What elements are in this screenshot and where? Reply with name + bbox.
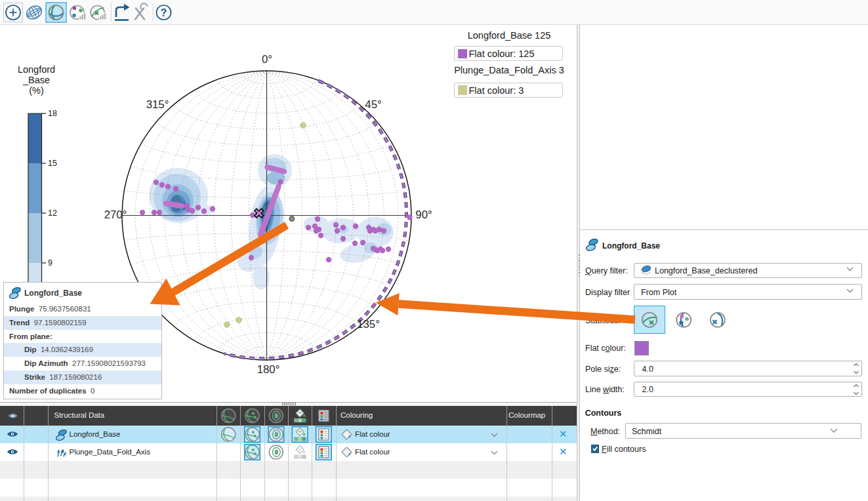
svg-text:90°: 90° xyxy=(415,209,432,221)
svg-text:18: 18 xyxy=(48,109,57,118)
svg-text:45°: 45° xyxy=(365,98,381,111)
svg-text:135°: 135° xyxy=(357,318,380,331)
svg-text:15: 15 xyxy=(48,159,57,168)
svg-text:315°: 315° xyxy=(146,98,169,111)
svg-text:270°: 270° xyxy=(104,209,127,221)
svg-text:Longford: Longford xyxy=(18,64,55,75)
svg-text:(%): (%) xyxy=(29,85,44,96)
svg-text:180°: 180° xyxy=(257,363,280,376)
svg-text:12: 12 xyxy=(48,209,57,218)
svg-text:0°: 0° xyxy=(262,53,272,66)
svg-text:?: ? xyxy=(161,7,167,18)
svg-text:9: 9 xyxy=(48,258,52,268)
svg-text:_Base: _Base xyxy=(22,75,50,85)
